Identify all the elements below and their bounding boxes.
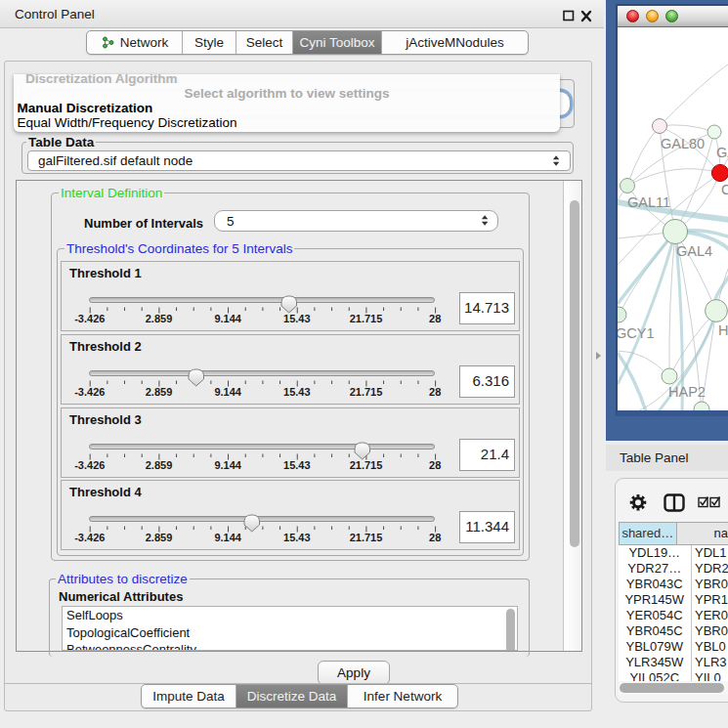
svg-text:GAL11: GAL11 bbox=[627, 194, 670, 210]
svg-text:GAL80: GAL80 bbox=[661, 136, 705, 151]
svg-text:GAL4: GAL4 bbox=[676, 243, 712, 259]
svg-text:CY: CY bbox=[721, 182, 728, 197]
svg-text:H: H bbox=[718, 322, 728, 338]
svg-text:HAP2: HAP2 bbox=[668, 384, 706, 400]
svg-text:GA: GA bbox=[716, 145, 728, 160]
svg-text:GCY1: GCY1 bbox=[618, 325, 655, 341]
